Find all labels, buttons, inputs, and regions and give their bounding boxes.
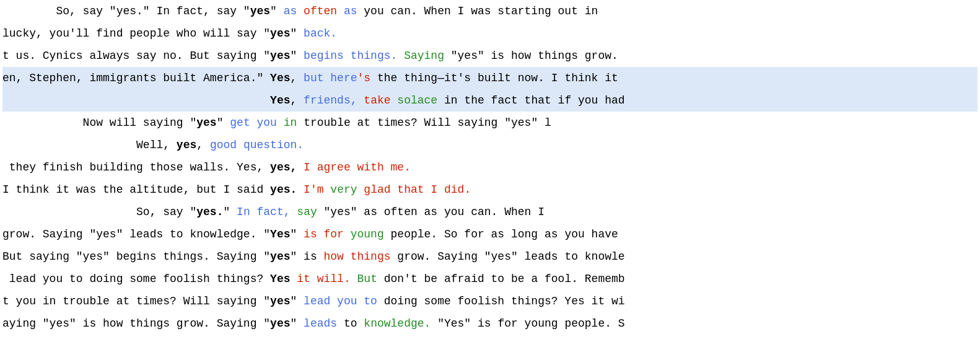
text-line-13: t you in trouble at times? Will saying "…	[2, 290, 978, 312]
text-line-2: t us. Cynics always say no. But saying "…	[2, 45, 978, 67]
text-segment: knowledge.	[364, 317, 431, 330]
text-segment: grow. Saying "yes" leads to knowle	[391, 250, 625, 263]
text-segment: I think it was the altitude, but I said	[2, 183, 270, 196]
text-segment: en, Stephen, immigrants built America."	[2, 72, 270, 84]
text-segment: Yes	[270, 273, 290, 285]
text-segment: yes	[177, 139, 196, 151]
text-line-11: But saying "yes" begins things. Saying "…	[2, 245, 978, 268]
text-segment: in	[284, 117, 297, 129]
text-segment: solace	[397, 94, 437, 107]
text-segment: yes	[270, 317, 290, 330]
text-line-1: lucky, you'll find people who will say "…	[2, 22, 978, 45]
text-segment: 's	[357, 72, 371, 84]
text-segment: often	[304, 5, 337, 17]
text-segment: yes	[250, 5, 270, 17]
text-segment: begins things.	[304, 50, 397, 62]
text-segment: get you	[230, 117, 277, 129]
text-segment: take	[364, 94, 390, 107]
text-segment: "yes" is how things grow.	[444, 50, 618, 62]
text-segment: "	[270, 5, 284, 17]
text-segment: yes	[270, 250, 290, 263]
text-segment: ,	[196, 139, 210, 151]
text-segment: as	[337, 5, 357, 17]
text-segment: yes.	[196, 206, 223, 218]
text-line-10: grow. Saying "yes" leads to knowledge. "…	[2, 223, 978, 245]
text-segment: people. So for as long as you have	[384, 228, 618, 240]
text-segment: But	[357, 273, 377, 285]
text-segment: "	[223, 206, 237, 218]
text-segment: yes.	[270, 183, 297, 196]
text-segment: trouble at times? Will saying "yes" l	[297, 117, 551, 129]
text-segment: lucky, you'll find people who will say "	[2, 27, 270, 40]
content-area: So, say "yes." In fact, say "yes" as oft…	[0, 0, 980, 335]
text-segment: very	[330, 183, 357, 196]
text-segment: yes,	[270, 161, 297, 174]
text-line-5: Now will saying "yes" get you in trouble…	[2, 112, 978, 134]
text-segment	[277, 117, 284, 129]
text-segment: back.	[304, 27, 337, 40]
text-segment: how things	[324, 250, 391, 263]
text-segment: ,	[290, 94, 304, 107]
text-segment: yes	[270, 295, 290, 307]
text-segment: But saying "yes" begins things. Saying "	[2, 250, 270, 263]
text-segment: lead you to	[304, 295, 377, 307]
text-segment: Yes	[270, 94, 290, 107]
text-line-4: Yes, friends, take solace in the fact th…	[2, 89, 978, 112]
text-segment: Now will saying "	[2, 117, 196, 129]
text-line-0: So, say "yes." In fact, say "yes" as oft…	[2, 0, 978, 22]
text-segment: glad that I did.	[357, 183, 471, 196]
text-segment: "	[290, 295, 304, 307]
text-segment: yes	[196, 117, 216, 129]
text-segment: ,	[290, 72, 304, 84]
text-segment: it will.	[297, 273, 350, 285]
text-segment: yes	[270, 27, 290, 40]
text-segment: young	[351, 228, 384, 240]
text-segment: lead you to doing some foolish things?	[2, 273, 270, 285]
text-segment	[351, 273, 357, 285]
text-segment: t us. Cynics always say no. But saying "	[2, 50, 270, 62]
text-line-12: lead you to doing some foolish things? Y…	[2, 268, 978, 290]
text-segment	[344, 228, 351, 240]
text-segment: but here	[304, 72, 357, 84]
text-segment: grow. Saying "yes" leads to knowledge. "	[2, 228, 270, 240]
text-segment: good question.	[210, 139, 304, 151]
text-segment: t you in trouble at times? Will saying "	[2, 295, 270, 307]
text-segment: say	[297, 206, 317, 218]
text-segment: I agree with me.	[304, 161, 411, 174]
text-line-9: So, say "yes." In fact, say "yes" as oft…	[2, 201, 978, 223]
text-line-14: aying "yes" is how things grow. Saying "…	[2, 312, 978, 335]
text-segment: don't be afraid to be a fool. Rememb	[377, 273, 625, 285]
text-segment: they finish building those walls. Yes,	[2, 161, 270, 174]
text-segment	[291, 206, 297, 218]
text-segment: leads	[304, 317, 337, 330]
text-segment: "	[290, 50, 304, 62]
text-segment: "yes" as often as you can. When I	[317, 206, 545, 218]
text-segment: as	[284, 5, 304, 17]
text-segment: you can. When I was starting out in	[357, 5, 598, 17]
text-segment: " is	[290, 250, 323, 263]
text-segment: "Yes" is for young people. S	[431, 317, 624, 330]
text-segment	[397, 50, 404, 62]
text-segment: the thing—it's built now. I think it	[370, 72, 618, 84]
text-segment: "	[290, 27, 304, 40]
text-segment: yes	[270, 50, 290, 62]
text-segment	[297, 183, 304, 196]
text-segment: So, say "yes." In fact, say "	[2, 5, 250, 17]
text-segment: "	[217, 117, 230, 129]
text-segment	[357, 94, 364, 107]
text-segment: doing some foolish things? Yes it wi	[377, 295, 625, 307]
text-segment	[297, 161, 304, 174]
text-segment	[391, 94, 398, 107]
text-segment: Yes	[270, 72, 290, 84]
text-line-7: they finish building those walls. Yes, y…	[2, 156, 978, 178]
text-segment: is for	[304, 228, 344, 240]
text-segment: I'm	[304, 183, 330, 196]
text-segment	[290, 273, 297, 285]
text-segment: So, say "	[2, 206, 196, 218]
text-line-8: I think it was the altitude, but I said …	[2, 178, 978, 201]
text-segment: "	[290, 228, 304, 240]
text-segment: "	[290, 317, 304, 330]
text-segment: aying "yes" is how things grow. Saying "	[2, 317, 270, 330]
text-segment	[2, 94, 270, 107]
text-segment: in the fact that if you had	[437, 94, 624, 107]
